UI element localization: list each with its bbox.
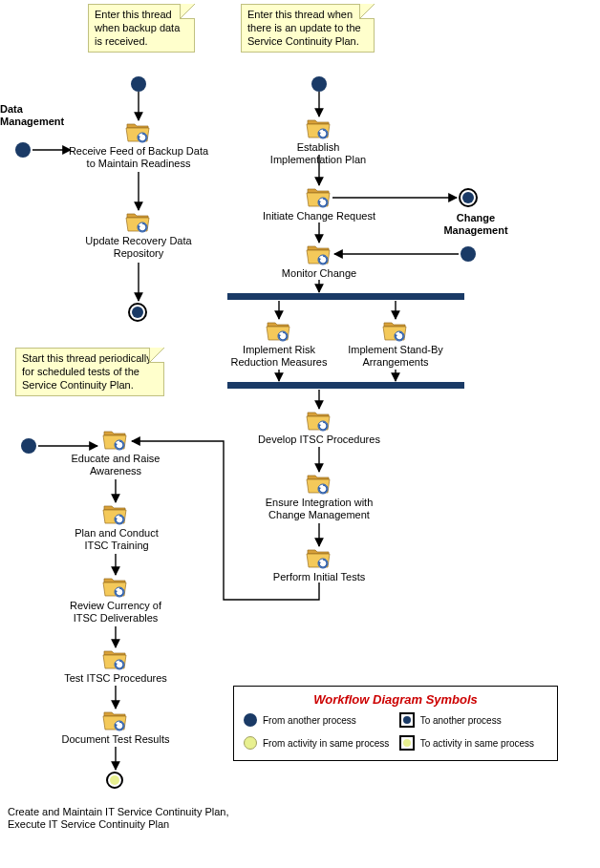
task-monitor-change-label: Monitor Change: [271, 267, 367, 280]
task-develop-itsc-label: Develop ITSC Procedures: [256, 434, 382, 446]
task-perform-initial-icon: [306, 548, 331, 569]
legend-from-another-icon: [244, 713, 257, 727]
legend-from-same-label: From activity in same process: [263, 738, 389, 749]
bottom-process-label: Create and Maintain IT Service Continuit…: [8, 806, 237, 831]
legend-to-same-label: To activity in same process: [420, 738, 535, 749]
legend-to-another-label: To another process: [420, 715, 502, 726]
task-educate-icon: [102, 430, 127, 451]
end-dot-tests-thread: [106, 772, 123, 789]
workflow-diagram: Enter this thread when backup data is re…: [0, 0, 600, 868]
task-receive-feed-icon: [125, 122, 150, 143]
task-document-results-label: Document Test Results: [53, 733, 179, 746]
start-dot-backup-thread: [131, 76, 146, 92]
task-test-itsc-label: Test ITSC Procedures: [53, 672, 179, 685]
legend-to-same-icon: [399, 735, 415, 751]
task-ensure-integration-icon: [306, 474, 331, 495]
end-dot-backup-thread: [128, 303, 147, 322]
start-dot-scp-thread: [311, 76, 327, 92]
start-dot-tests-thread: [21, 438, 36, 454]
task-review-currency-icon: [102, 577, 127, 598]
task-review-currency-label: Review Currency of ITSC Deliverables: [61, 600, 170, 625]
task-plan-conduct-icon: [102, 504, 127, 525]
task-initiate-cr-label: Initiate Change Request: [252, 210, 386, 222]
change-management-label: Change Management: [430, 212, 522, 237]
task-monitor-change-icon: [306, 244, 331, 265]
task-impl-standby-label: Implement Stand-By Arrangements: [342, 344, 449, 369]
task-impl-risk-icon: [266, 321, 290, 342]
legend-box: Workflow Diagram Symbols From another pr…: [233, 686, 558, 761]
task-update-repo-icon: [125, 212, 150, 233]
task-receive-feed-label: Receive Feed of Backup Data to Maintain …: [67, 145, 210, 170]
note-backup: Enter this thread when backup data is re…: [88, 4, 195, 53]
task-update-repo-label: Update Recovery Data Repository: [81, 235, 196, 260]
task-develop-itsc-icon: [306, 411, 331, 432]
legend-title: Workflow Diagram Symbols: [244, 692, 547, 707]
parallel-join-bar: [227, 382, 464, 389]
legend-to-another-icon: [399, 712, 415, 728]
task-educate-label: Educate and Raise Awareness: [63, 453, 168, 477]
task-plan-conduct-label: Plan and Conduct ITSC Training: [67, 527, 166, 552]
data-management-label: Data Management: [0, 103, 78, 128]
task-establish-plan-icon: [306, 118, 331, 139]
task-test-itsc-icon: [102, 649, 127, 670]
note-scheduled-tests: Start this thread periodically for sched…: [15, 348, 164, 396]
note-continuity-update: Enter this thread when there is an updat…: [241, 4, 375, 53]
end-dot-to-change-mgmt: [459, 188, 478, 207]
legend-from-same-icon: [244, 736, 257, 750]
task-document-results-icon: [102, 710, 127, 731]
start-dot-from-change-mgmt: [461, 246, 476, 262]
task-ensure-integration-label: Ensure Integration with Change Managemen…: [254, 497, 384, 521]
task-impl-standby-icon: [382, 321, 407, 342]
task-impl-risk-label: Implement Risk Reduction Measures: [227, 344, 331, 369]
legend-from-another-label: From another process: [263, 715, 356, 726]
parallel-split-bar: [227, 293, 464, 300]
start-dot-data-mgmt: [15, 142, 31, 158]
task-perform-initial-label: Perform Initial Tests: [264, 571, 375, 583]
task-initiate-cr-icon: [306, 187, 331, 208]
task-establish-plan-label: Establish Implementation Plan: [266, 141, 371, 166]
